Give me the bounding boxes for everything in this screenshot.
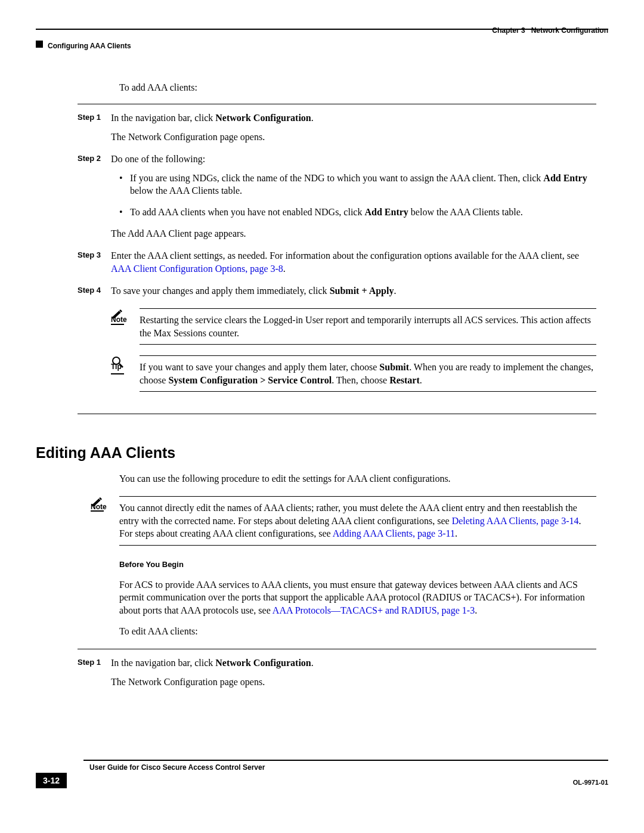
step-2: Step 2 Do one of the following: If you a… [119,153,596,246]
corner-marker [36,41,43,48]
guide-title: User Guide for Cisco Secure Access Contr… [89,763,608,772]
page-footer: User Guide for Cisco Secure Access Contr… [36,760,608,795]
page-number: 3-12 [36,773,67,788]
doc-id: OL-9971-01 [573,779,608,786]
section-heading: Editing AAA Clients [36,444,596,462]
section-intro: You can use the following procedure to e… [119,472,596,485]
note-callout: Note Restarting the service clears the L… [111,308,596,345]
list-item: To add AAA clients when you have not ena… [119,206,596,219]
intro-text: To add AAA clients: [119,82,596,93]
step-1: Step 1 In the navigation bar, click Netw… [119,112,596,149]
section2-step-1: Step 1 In the navigation bar, click Netw… [119,657,596,694]
chapter-label: Chapter 3 [492,26,525,35]
before-text: For ACS to provide AAA services to AAA c… [119,578,596,617]
before-you-begin-heading: Before You Begin [119,560,596,569]
section-divider [78,413,596,414]
link-deleting[interactable]: Deleting AAA Clients, page 3-14 [452,516,579,526]
page-header: Chapter 3 Network Configuration Configur… [36,29,608,47]
link-protocols[interactable]: AAA Protocols—TACACS+ and RADIUS, page 1… [273,605,475,615]
chapter-title: Network Configuration [531,26,608,35]
link-adding[interactable]: Adding AAA Clients, page 3-11 [333,528,455,538]
link-config-options[interactable]: AAA Client Configuration Options, page 3… [111,264,283,274]
note-callout-2: Note You cannot directly edit the names … [91,496,596,546]
intro2: To edit AAA clients: [119,625,596,638]
step-4: Step 4 To save your changes and apply th… [119,284,596,397]
tip-callout: Tip If you want to save your changes and… [111,355,596,392]
section-title: Configuring AAA Clients [48,42,131,50]
step-3: Step 3 Enter the AAA client settings, as… [119,249,596,281]
list-item: If you are using NDGs, click the name of… [119,172,596,197]
